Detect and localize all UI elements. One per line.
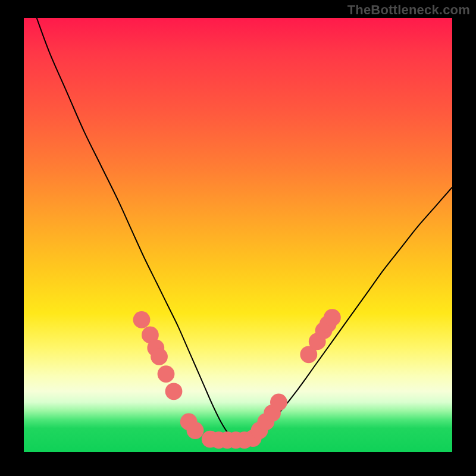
plot-area bbox=[24, 18, 452, 452]
highlight-point bbox=[165, 383, 183, 400]
highlight-points bbox=[133, 309, 341, 449]
watermark-text: TheBottleneck.com bbox=[347, 2, 470, 18]
chart-frame: TheBottleneck.com bbox=[0, 0, 476, 476]
highlight-point bbox=[324, 309, 341, 326]
curve-layer bbox=[24, 18, 452, 452]
highlight-point bbox=[270, 394, 287, 411]
highlight-point bbox=[187, 422, 204, 439]
highlight-point bbox=[133, 311, 151, 328]
highlight-point bbox=[151, 348, 168, 365]
bottleneck-curve bbox=[37, 18, 452, 441]
highlight-point bbox=[158, 365, 175, 383]
